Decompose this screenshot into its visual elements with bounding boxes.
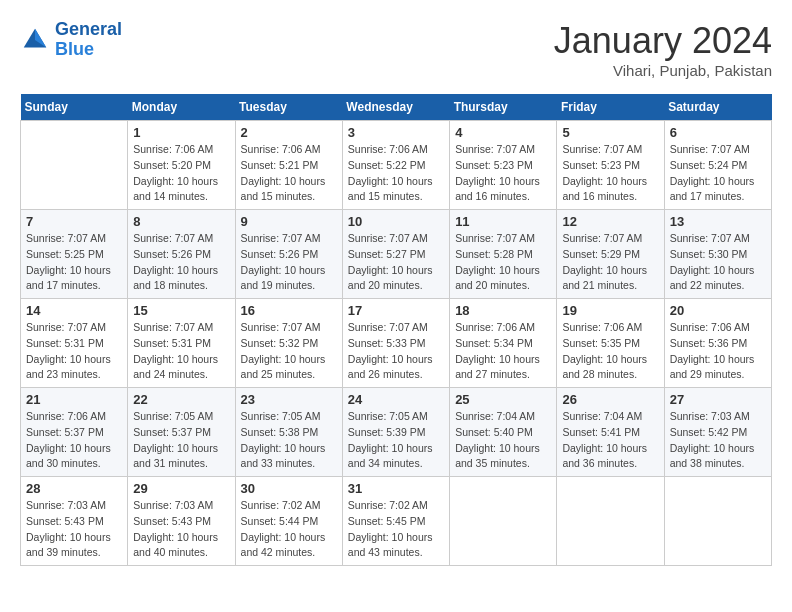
calendar-cell: 2Sunrise: 7:06 AMSunset: 5:21 PMDaylight… [235,121,342,210]
logo-text: General Blue [55,20,122,60]
day-info: Sunrise: 7:05 AMSunset: 5:38 PMDaylight:… [241,409,337,472]
day-number: 27 [670,392,766,407]
calendar-cell: 14Sunrise: 7:07 AMSunset: 5:31 PMDayligh… [21,299,128,388]
day-info: Sunrise: 7:03 AMSunset: 5:42 PMDaylight:… [670,409,766,472]
calendar-cell: 18Sunrise: 7:06 AMSunset: 5:34 PMDayligh… [450,299,557,388]
day-number: 10 [348,214,444,229]
calendar-cell: 5Sunrise: 7:07 AMSunset: 5:23 PMDaylight… [557,121,664,210]
day-number: 6 [670,125,766,140]
day-number: 24 [348,392,444,407]
calendar-cell: 31Sunrise: 7:02 AMSunset: 5:45 PMDayligh… [342,477,449,566]
calendar-cell: 19Sunrise: 7:06 AMSunset: 5:35 PMDayligh… [557,299,664,388]
day-number: 5 [562,125,658,140]
calendar-cell [557,477,664,566]
calendar-cell: 10Sunrise: 7:07 AMSunset: 5:27 PMDayligh… [342,210,449,299]
day-info: Sunrise: 7:07 AMSunset: 5:26 PMDaylight:… [241,231,337,294]
day-info: Sunrise: 7:07 AMSunset: 5:23 PMDaylight:… [562,142,658,205]
day-info: Sunrise: 7:04 AMSunset: 5:40 PMDaylight:… [455,409,551,472]
week-row-2: 7Sunrise: 7:07 AMSunset: 5:25 PMDaylight… [21,210,772,299]
day-info: Sunrise: 7:07 AMSunset: 5:27 PMDaylight:… [348,231,444,294]
calendar-cell: 28Sunrise: 7:03 AMSunset: 5:43 PMDayligh… [21,477,128,566]
calendar-cell: 15Sunrise: 7:07 AMSunset: 5:31 PMDayligh… [128,299,235,388]
day-info: Sunrise: 7:06 AMSunset: 5:34 PMDaylight:… [455,320,551,383]
day-number: 23 [241,392,337,407]
day-number: 16 [241,303,337,318]
day-number: 1 [133,125,229,140]
day-info: Sunrise: 7:07 AMSunset: 5:33 PMDaylight:… [348,320,444,383]
week-row-1: 1Sunrise: 7:06 AMSunset: 5:20 PMDaylight… [21,121,772,210]
calendar-cell: 22Sunrise: 7:05 AMSunset: 5:37 PMDayligh… [128,388,235,477]
month-title: January 2024 [554,20,772,62]
day-info: Sunrise: 7:07 AMSunset: 5:28 PMDaylight:… [455,231,551,294]
calendar-cell: 13Sunrise: 7:07 AMSunset: 5:30 PMDayligh… [664,210,771,299]
calendar-cell [21,121,128,210]
calendar-cell: 21Sunrise: 7:06 AMSunset: 5:37 PMDayligh… [21,388,128,477]
day-number: 7 [26,214,122,229]
calendar-cell: 4Sunrise: 7:07 AMSunset: 5:23 PMDaylight… [450,121,557,210]
column-header-monday: Monday [128,94,235,121]
column-header-saturday: Saturday [664,94,771,121]
day-number: 13 [670,214,766,229]
day-info: Sunrise: 7:06 AMSunset: 5:37 PMDaylight:… [26,409,122,472]
calendar-cell: 7Sunrise: 7:07 AMSunset: 5:25 PMDaylight… [21,210,128,299]
day-number: 12 [562,214,658,229]
logo: General Blue [20,20,122,60]
calendar-cell: 3Sunrise: 7:06 AMSunset: 5:22 PMDaylight… [342,121,449,210]
day-number: 28 [26,481,122,496]
day-number: 9 [241,214,337,229]
calendar-cell: 25Sunrise: 7:04 AMSunset: 5:40 PMDayligh… [450,388,557,477]
day-number: 25 [455,392,551,407]
calendar-cell: 27Sunrise: 7:03 AMSunset: 5:42 PMDayligh… [664,388,771,477]
title-block: January 2024 Vihari, Punjab, Pakistan [554,20,772,79]
day-number: 30 [241,481,337,496]
column-header-friday: Friday [557,94,664,121]
calendar-cell: 12Sunrise: 7:07 AMSunset: 5:29 PMDayligh… [557,210,664,299]
day-number: 20 [670,303,766,318]
day-info: Sunrise: 7:07 AMSunset: 5:23 PMDaylight:… [455,142,551,205]
calendar-cell [664,477,771,566]
day-info: Sunrise: 7:07 AMSunset: 5:26 PMDaylight:… [133,231,229,294]
day-info: Sunrise: 7:07 AMSunset: 5:25 PMDaylight:… [26,231,122,294]
page-header: General Blue January 2024 Vihari, Punjab… [20,20,772,79]
day-info: Sunrise: 7:06 AMSunset: 5:20 PMDaylight:… [133,142,229,205]
day-info: Sunrise: 7:03 AMSunset: 5:43 PMDaylight:… [26,498,122,561]
calendar-cell: 23Sunrise: 7:05 AMSunset: 5:38 PMDayligh… [235,388,342,477]
day-info: Sunrise: 7:05 AMSunset: 5:39 PMDaylight:… [348,409,444,472]
day-number: 14 [26,303,122,318]
day-info: Sunrise: 7:07 AMSunset: 5:30 PMDaylight:… [670,231,766,294]
day-info: Sunrise: 7:05 AMSunset: 5:37 PMDaylight:… [133,409,229,472]
day-info: Sunrise: 7:06 AMSunset: 5:22 PMDaylight:… [348,142,444,205]
day-number: 19 [562,303,658,318]
calendar-header: SundayMondayTuesdayWednesdayThursdayFrid… [21,94,772,121]
calendar-cell: 17Sunrise: 7:07 AMSunset: 5:33 PMDayligh… [342,299,449,388]
calendar-cell: 30Sunrise: 7:02 AMSunset: 5:44 PMDayligh… [235,477,342,566]
logo-icon [20,25,50,55]
calendar-cell: 29Sunrise: 7:03 AMSunset: 5:43 PMDayligh… [128,477,235,566]
calendar-cell: 8Sunrise: 7:07 AMSunset: 5:26 PMDaylight… [128,210,235,299]
day-info: Sunrise: 7:07 AMSunset: 5:29 PMDaylight:… [562,231,658,294]
day-number: 21 [26,392,122,407]
calendar-cell: 1Sunrise: 7:06 AMSunset: 5:20 PMDaylight… [128,121,235,210]
week-row-4: 21Sunrise: 7:06 AMSunset: 5:37 PMDayligh… [21,388,772,477]
day-info: Sunrise: 7:06 AMSunset: 5:35 PMDaylight:… [562,320,658,383]
day-number: 26 [562,392,658,407]
calendar-table: SundayMondayTuesdayWednesdayThursdayFrid… [20,94,772,566]
calendar-cell: 16Sunrise: 7:07 AMSunset: 5:32 PMDayligh… [235,299,342,388]
day-info: Sunrise: 7:04 AMSunset: 5:41 PMDaylight:… [562,409,658,472]
day-number: 17 [348,303,444,318]
column-header-wednesday: Wednesday [342,94,449,121]
calendar-cell: 26Sunrise: 7:04 AMSunset: 5:41 PMDayligh… [557,388,664,477]
week-row-3: 14Sunrise: 7:07 AMSunset: 5:31 PMDayligh… [21,299,772,388]
location-subtitle: Vihari, Punjab, Pakistan [554,62,772,79]
day-info: Sunrise: 7:07 AMSunset: 5:32 PMDaylight:… [241,320,337,383]
day-info: Sunrise: 7:07 AMSunset: 5:31 PMDaylight:… [26,320,122,383]
day-number: 22 [133,392,229,407]
day-number: 11 [455,214,551,229]
calendar-cell: 9Sunrise: 7:07 AMSunset: 5:26 PMDaylight… [235,210,342,299]
day-info: Sunrise: 7:06 AMSunset: 5:21 PMDaylight:… [241,142,337,205]
day-number: 18 [455,303,551,318]
calendar-cell: 20Sunrise: 7:06 AMSunset: 5:36 PMDayligh… [664,299,771,388]
calendar-cell: 11Sunrise: 7:07 AMSunset: 5:28 PMDayligh… [450,210,557,299]
week-row-5: 28Sunrise: 7:03 AMSunset: 5:43 PMDayligh… [21,477,772,566]
day-number: 29 [133,481,229,496]
